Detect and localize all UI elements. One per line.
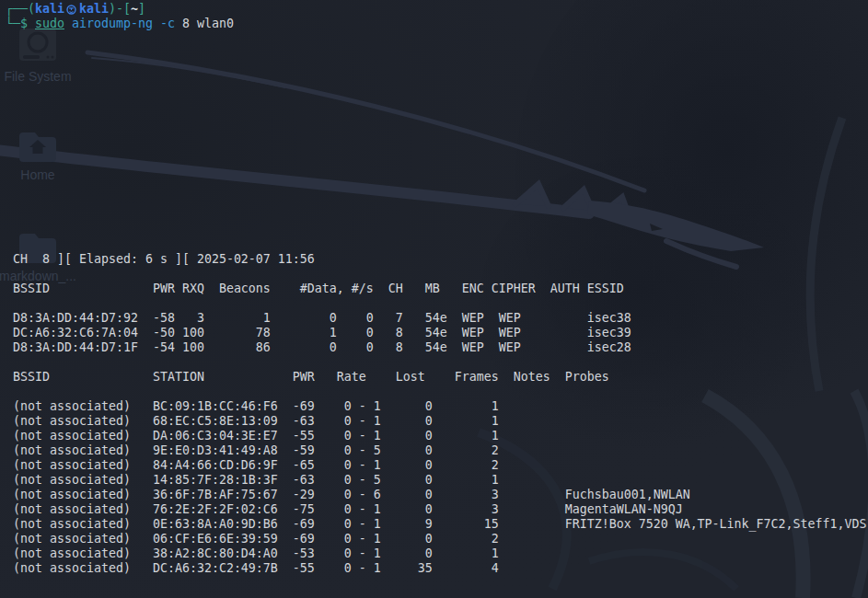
station-row: (not associated) DA:06:C3:04:3E:E7 -55 0… bbox=[6, 429, 867, 443]
station-row: (not associated) DC:A6:32:C2:49:7B -55 0… bbox=[6, 561, 867, 576]
command-name: airodump-ng bbox=[72, 17, 153, 30]
station-row: (not associated) 14:85:7F:28:1B:3F -63 0… bbox=[6, 473, 867, 488]
prompt-frame-close: ] bbox=[138, 2, 145, 16]
ap-row: DC:A6:32:C6:7A:04 -50 100 78 1 0 8 54e W… bbox=[6, 326, 631, 340]
ap-row: D8:3A:DD:44:D7:1F -54 100 86 0 0 8 54e W… bbox=[6, 340, 631, 355]
prompt-user: kali bbox=[35, 2, 64, 16]
station-row: (not associated) 06:CF:E6:6E:39:59 -69 0… bbox=[6, 532, 867, 546]
station-row: (not associated) 84:A4:66:CD:D6:9F -65 0… bbox=[6, 458, 867, 473]
airodump-status-line: CH 8 ][ Elapsed: 6 s ][ 2025-02-07 11:56 bbox=[6, 252, 315, 267]
shell-prompt-line: ┌──(kalikali)-[~] bbox=[6, 2, 868, 17]
station-row: (not associated) 38:A2:8C:80:D4:A0 -53 0… bbox=[6, 546, 867, 561]
command-sudo: sudo bbox=[35, 17, 64, 30]
station-row: (not associated) 0E:63:8A:A0:9D:B6 -69 0… bbox=[6, 517, 867, 532]
prompt-frame-open: ┌──( bbox=[6, 2, 35, 16]
station-row: (not associated) 9E:E0:D3:41:49:A8 -59 0… bbox=[6, 443, 867, 458]
station-table-rows: (not associated) BC:09:1B:CC:46:F6 -69 0… bbox=[6, 399, 867, 576]
station-table-header: BSSID STATION PWR Rate Lost Frames Notes… bbox=[6, 370, 867, 385]
kali-at-icon bbox=[64, 2, 79, 17]
station-table: BSSID STATION PWR Rate Lost Frames Notes… bbox=[6, 370, 867, 576]
ap-table-rows: D8:3A:DD:44:D7:92 -58 3 1 0 0 7 54e WEP … bbox=[6, 311, 631, 355]
terminal-window[interactable]: ┌──(kalikali)-[~] └─$sudoairodump-ng-c8 … bbox=[6, 2, 868, 598]
prompt-path: ~ bbox=[131, 2, 138, 16]
prompt-frame-line2: └─$ bbox=[6, 17, 28, 30]
command-option: -c bbox=[160, 17, 175, 30]
station-row: (not associated) 36:6F:7B:AF:75:67 -29 0… bbox=[6, 488, 867, 502]
prompt-host: kali bbox=[79, 2, 109, 16]
station-row: (not associated) BC:09:1B:CC:46:F6 -69 0… bbox=[6, 399, 867, 414]
desktop: File System Home markdown_... ┌──(kalika… bbox=[0, 0, 868, 598]
station-row: (not associated) 68:EC:C5:8E:13:09 -63 0… bbox=[6, 414, 867, 429]
ap-row: D8:3A:DD:44:D7:92 -58 3 1 0 0 7 54e WEP … bbox=[6, 311, 631, 326]
ap-table: BSSID PWR RXQ Beacons #Data, #/s CH MB E… bbox=[6, 282, 631, 355]
shell-command-line: └─$sudoairodump-ng-c8 wlan0 bbox=[6, 17, 868, 31]
command-arguments: 8 wlan0 bbox=[182, 17, 234, 30]
station-row: (not associated) 76:2E:2F:2F:02:C6 -75 0… bbox=[6, 502, 867, 517]
ap-table-header: BSSID PWR RXQ Beacons #Data, #/s CH MB E… bbox=[6, 282, 631, 296]
prompt-frame-mid: )-[ bbox=[109, 2, 131, 16]
